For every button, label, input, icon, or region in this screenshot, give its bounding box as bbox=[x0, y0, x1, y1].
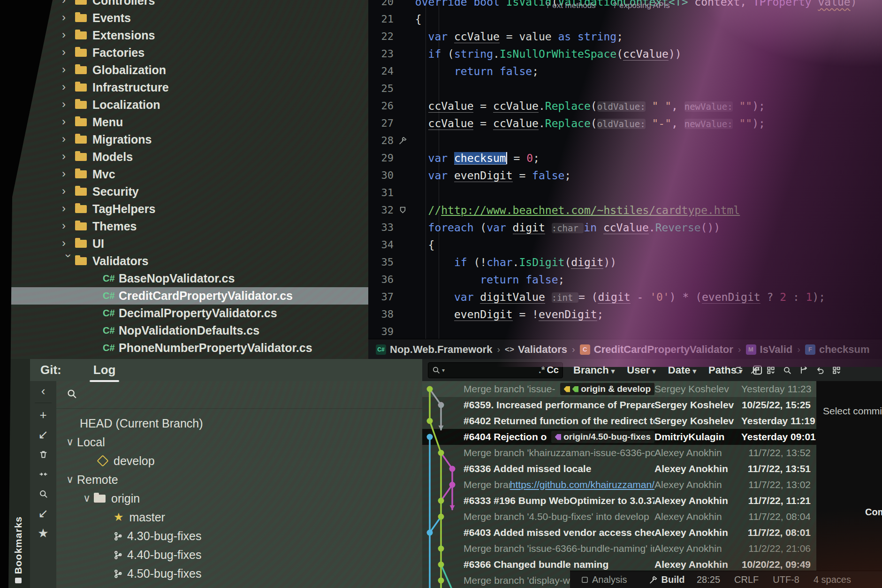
breadcrumb-item-creditcardpropertyvalidator[interactable]: CCreditCardPropertyValidator bbox=[580, 344, 733, 356]
breadcrumb-item-validators[interactable]: <>Validators bbox=[505, 344, 567, 356]
commit-search-input[interactable]: ▾ .* Cc bbox=[428, 362, 563, 378]
chevron-left-icon[interactable]: ‹ bbox=[30, 381, 56, 401]
tree-item-nopvalidationdefaults-cs[interactable]: C#NopValidationDefaults.cs bbox=[7, 322, 368, 339]
magnifier-icon[interactable] bbox=[783, 366, 791, 374]
commit-row[interactable]: #6336 Added missed localeAlexey Anokhin1… bbox=[422, 461, 816, 477]
chevron-right-icon[interactable]: › bbox=[62, 11, 75, 24]
breadcrumb-item-isvalid[interactable]: MIsValid bbox=[746, 344, 793, 356]
branch-item-head-current-branch-[interactable]: HEAD (Current Branch) bbox=[56, 414, 422, 433]
code-vision-hint[interactable]: ? ext methods bbox=[546, 1, 596, 10]
tree-item-factories[interactable]: ›Factories bbox=[7, 44, 368, 61]
search-icon[interactable] bbox=[67, 389, 77, 399]
filter-user[interactable]: User▾ bbox=[627, 364, 655, 376]
branch-item-origin[interactable]: ∨origin bbox=[56, 489, 422, 508]
commit-row[interactable]: #6359. Increased performance of PrepareP… bbox=[422, 397, 816, 413]
tree-item-taghelpers[interactable]: ›TagHelpers bbox=[7, 200, 368, 218]
commit-row[interactable]: #6404 Rejection of List<T>.ForEach due t… bbox=[422, 429, 816, 445]
status-item[interactable]: UTF-8 bbox=[773, 574, 799, 585]
chevron-right-icon[interactable]: › bbox=[62, 0, 75, 7]
ref-badge[interactable]: origin/4.50-bug-fixes bbox=[551, 431, 654, 443]
ref-badge[interactable]: origin & develop bbox=[560, 383, 654, 395]
tree-item-validators[interactable]: ›Validators bbox=[7, 252, 368, 270]
tree-item-events[interactable]: ›Events bbox=[7, 9, 368, 27]
refresh-icon[interactable] bbox=[734, 366, 742, 374]
tree-item-controllers[interactable]: ›Controllers bbox=[7, 0, 368, 9]
tree-item-basenopvalidator-cs[interactable]: C#BaseNopValidator.cs bbox=[7, 270, 368, 287]
code-vision-hint[interactable]: ? exposing APIs bbox=[613, 1, 670, 10]
chevron-right-icon[interactable]: › bbox=[62, 150, 75, 163]
commit-row[interactable]: Merge branch 'khairuzzaman-issue-6336-po… bbox=[422, 445, 816, 461]
analysis-tool-button[interactable]: Analysis bbox=[581, 574, 627, 585]
tree-item-themes[interactable]: ›Themes bbox=[7, 218, 368, 235]
bookmarks-tool-button[interactable]: Bookmarks bbox=[7, 516, 30, 583]
branch-item-4-30-bug-fixes[interactable]: 4.30-bug-fixes bbox=[56, 527, 422, 545]
chevron-down-icon[interactable]: ∨ bbox=[63, 473, 77, 486]
tree-item-phonenumberpropertyvalidator-cs[interactable]: C#PhoneNumberPropertyValidator.cs bbox=[7, 339, 368, 357]
tree-item-security[interactable]: ›Security bbox=[7, 183, 368, 200]
commit-row[interactable]: #6402 Returned function of the redirect … bbox=[422, 413, 816, 429]
chevron-down-icon[interactable]: › bbox=[62, 254, 75, 267]
tree-item-extensions[interactable]: ›Extensions bbox=[7, 27, 368, 44]
breadcrumb-item-checksum[interactable]: Fchecksum bbox=[805, 344, 870, 356]
chevron-right-icon[interactable]: › bbox=[62, 184, 75, 198]
branch-item-develop[interactable]: develop bbox=[56, 451, 422, 470]
build-tool-button[interactable]: Build bbox=[649, 574, 684, 585]
tree-item-models[interactable]: ›Models bbox=[7, 148, 368, 166]
filter-date[interactable]: Date▾ bbox=[668, 364, 696, 376]
status-item[interactable]: 28:25 bbox=[697, 574, 720, 585]
chevron-right-icon[interactable]: › bbox=[62, 202, 75, 215]
commit-row[interactable]: Merge branch 'issue-6366-bundle-naming' … bbox=[422, 541, 816, 557]
commit-row[interactable]: Merge branch 'issue-6336-point-validity'… bbox=[422, 477, 816, 493]
star-icon[interactable]: ★ bbox=[30, 523, 56, 543]
tree-item-decimalpropertyvalidator-cs[interactable]: C#DecimalPropertyValidator.cs bbox=[7, 305, 368, 322]
chevron-down-icon[interactable]: ∨ bbox=[80, 492, 94, 504]
chevron-right-icon[interactable]: › bbox=[62, 115, 75, 128]
chevron-right-icon[interactable]: › bbox=[62, 46, 75, 59]
chevron-right-icon[interactable]: › bbox=[62, 28, 75, 41]
branch-item-remote[interactable]: ∨Remote bbox=[56, 470, 422, 489]
branch-item-local[interactable]: ∨Local bbox=[56, 433, 422, 451]
plus-icon[interactable]: + bbox=[30, 405, 56, 425]
chevron-right-icon[interactable]: › bbox=[62, 63, 75, 76]
commit-link[interactable]: https://github.com/khairuzzaman/ bbox=[510, 479, 654, 490]
branch-item-4-50-bug-fixes[interactable]: 4.50-bug-fixes bbox=[56, 564, 422, 583]
chevron-down-icon[interactable]: ∨ bbox=[63, 436, 77, 448]
status-item[interactable]: CRLF bbox=[734, 574, 759, 585]
filter-branch[interactable]: Branch▾ bbox=[573, 364, 615, 376]
tree-item-menu[interactable]: ›Menu bbox=[7, 114, 368, 131]
code-editor[interactable]: ? ext methods ? exposing APIs 20 overrid… bbox=[368, 0, 882, 359]
trash-icon[interactable] bbox=[30, 444, 56, 464]
undo-icon[interactable] bbox=[816, 366, 824, 374]
arrow-down-left-icon[interactable]: ↙ bbox=[30, 425, 56, 444]
status-item[interactable]: 4 spaces bbox=[814, 574, 851, 585]
merge-arrows-icon[interactable] bbox=[799, 366, 808, 374]
tree-item-mvc[interactable]: ›Mvc bbox=[7, 166, 368, 183]
tree-item-migrations[interactable]: ›Migrations bbox=[7, 131, 368, 148]
match-case-toggle[interactable]: Cc bbox=[547, 365, 559, 375]
chevron-right-icon[interactable]: › bbox=[62, 237, 75, 250]
chevron-right-icon[interactable]: › bbox=[62, 132, 75, 145]
tree-item-creditcardpropertyvalidator-cs[interactable]: C#CreditCardPropertyValidator.cs bbox=[7, 287, 368, 305]
chevron-right-icon[interactable]: › bbox=[62, 219, 75, 232]
arrow-down-left2-icon[interactable]: ↙ bbox=[30, 504, 56, 523]
collapse-icon[interactable] bbox=[30, 464, 56, 484]
tab-git-log[interactable]: Log bbox=[89, 361, 121, 379]
branch-item-master[interactable]: ★master bbox=[56, 508, 422, 527]
chevron-right-icon[interactable]: › bbox=[62, 98, 75, 111]
chevron-right-icon[interactable]: › bbox=[62, 80, 75, 93]
commit-row[interactable]: Merge branch 'issue-6359-increase-perfor… bbox=[422, 381, 816, 397]
tree-item-localization[interactable]: ›Localization bbox=[7, 96, 368, 114]
tree-item-ui[interactable]: ›UI bbox=[7, 235, 368, 252]
commit-row[interactable]: Merge branch '4.50-bug-fixes' into devel… bbox=[422, 509, 816, 525]
magnifier-icon[interactable] bbox=[30, 484, 56, 504]
grid-down2-icon[interactable] bbox=[832, 366, 841, 374]
regex-toggle[interactable]: .* bbox=[539, 365, 545, 375]
tree-item-globalization[interactable]: ›Globalization bbox=[7, 61, 368, 79]
commit-row[interactable]: #6403 Added missed vendor access check t… bbox=[422, 525, 816, 541]
branch-item-xss[interactable]: XSS bbox=[56, 583, 422, 588]
branch-item-4-40-bug-fixes[interactable]: 4.40-bug-fixes bbox=[56, 545, 422, 564]
commit-row[interactable]: #6333 #196 Bump WebOptimizer to 3.0.372A… bbox=[422, 493, 816, 509]
chevron-right-icon[interactable]: › bbox=[62, 167, 75, 180]
commit-row[interactable]: #6366 Changed bundle namingAlexey Anokhi… bbox=[422, 557, 816, 573]
tree-item-infrastructure[interactable]: ›Infrastructure bbox=[7, 79, 368, 96]
